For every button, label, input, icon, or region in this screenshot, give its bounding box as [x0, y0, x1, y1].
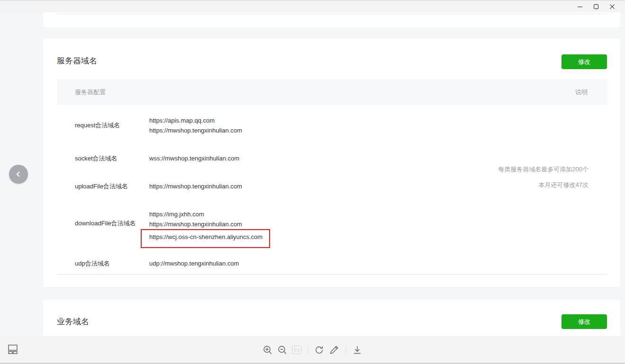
device-preview-button[interactable]	[8, 344, 18, 354]
row-values: udp://mwshop.tengxinhulian.com	[149, 258, 239, 268]
divider	[57, 274, 607, 275]
business-domain-card: 业务域名 修改	[43, 300, 620, 336]
server-domain-modify-button[interactable]: 修改	[562, 54, 607, 69]
domain-value: https://apis.map.qq.com	[149, 115, 242, 125]
server-domain-title: 服务器域名	[57, 56, 97, 66]
canvas-tool-group: 1:1	[263, 343, 362, 357]
row-label: udp合法域名	[75, 259, 149, 268]
row-label: request合法域名	[75, 121, 149, 130]
actual-size-button[interactable]: 1:1	[292, 346, 301, 354]
table-row-udp: udp合法域名 udp://mwshop.tengxinhulian.com	[57, 258, 607, 268]
zoom-out-button[interactable]	[277, 345, 288, 355]
domain-value-highlighted: https://wcj.oss-cn-shenzhen.aliyuncs.com	[149, 233, 263, 240]
minimize-button[interactable]	[572, 0, 588, 13]
maximize-icon	[593, 4, 599, 9]
zoom-in-icon	[263, 345, 273, 355]
edit-pencil-icon	[329, 345, 339, 355]
server-domain-card: 服务器域名 修改 服务器配置 说明 request合法域名 https://ap…	[43, 39, 620, 287]
note-column: 每类服务器域名最多可添加200个 本月还可修改47次	[498, 164, 589, 190]
maximize-button[interactable]	[588, 0, 604, 13]
header-config-label: 服务器配置	[75, 88, 106, 97]
refresh-icon	[315, 345, 325, 355]
toolbar-separator	[308, 346, 308, 354]
table-row-socket: socket合法域名 wss://mwshop.tengxinhulian.co…	[57, 153, 607, 163]
business-domain-title: 业务域名	[57, 317, 89, 327]
edit-button[interactable]	[329, 345, 339, 355]
row-label: downloadFile合法域名	[75, 209, 149, 228]
highlight-annotation-box: https://wcj.oss-cn-shenzhen.aliyuncs.com	[141, 229, 270, 248]
back-button[interactable]	[9, 165, 28, 184]
row-values: https://apis.map.qq.com https://mwshop.t…	[149, 115, 242, 135]
previous-section-card-partial	[43, 12, 620, 27]
row-label: uploadFile合法域名	[75, 182, 149, 191]
window-controls	[572, 0, 620, 13]
download-icon	[353, 345, 362, 355]
close-button[interactable]	[604, 0, 620, 13]
window-titlebar	[0, 0, 625, 12]
domain-value: udp://mwshop.tengxinhulian.com	[149, 258, 239, 268]
table-header: 服务器配置 说明	[57, 79, 607, 105]
note-remaining-modifications: 本月还可修改47次	[498, 180, 589, 190]
device-preview-icon	[8, 344, 18, 354]
toolbar-separator	[345, 346, 346, 354]
refresh-button[interactable]	[314, 345, 325, 355]
bottom-toolbar: 1:1	[0, 336, 625, 364]
table-row-request: request合法域名 https://apis.map.qq.com http…	[57, 115, 607, 135]
zoom-out-icon	[278, 345, 288, 355]
row-values: https://img.jxhh.com https://mwshop.teng…	[149, 209, 270, 248]
divider	[57, 14, 607, 14]
domain-value: https://mwshop.tengxinhulian.com	[149, 219, 270, 229]
download-button[interactable]	[352, 345, 362, 355]
business-domain-modify-button[interactable]: 修改	[562, 314, 607, 329]
note-max-domains: 每类服务器域名最多可添加200个	[498, 164, 589, 174]
domain-value: wss://mwshop.tengxinhulian.com	[149, 153, 239, 163]
domain-value: https://mwshop.tengxinhulian.com	[149, 181, 242, 191]
row-values: https://mwshop.tengxinhulian.com	[149, 181, 242, 191]
row-label: socket合法域名	[75, 154, 149, 163]
table-row-downloadfile: downloadFile合法域名 https://img.jxhh.com ht…	[57, 209, 607, 248]
domain-value: https://img.jxhh.com	[149, 209, 270, 219]
domain-value: https://mwshop.tengxinhulian.com	[149, 125, 242, 135]
zoom-in-button[interactable]	[263, 345, 273, 355]
chevron-left-icon	[15, 170, 22, 178]
close-icon	[609, 4, 615, 9]
minimize-icon	[577, 4, 583, 9]
header-note-label: 说明	[575, 88, 588, 97]
row-values: wss://mwshop.tengxinhulian.com	[149, 153, 239, 163]
